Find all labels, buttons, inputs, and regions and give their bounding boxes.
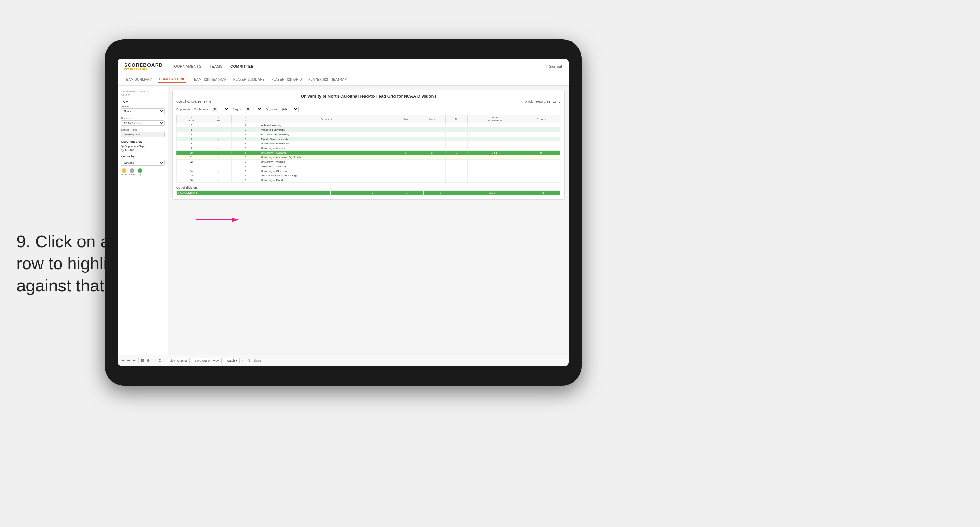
gender-select[interactable]: Men's (121, 108, 165, 114)
out-of-division-row[interactable]: NCAA Division II 1 0 0 26.00 3 (177, 191, 560, 195)
nav-tournaments[interactable]: TOURNAMENTS (172, 63, 201, 70)
division-record: Division Record: 88 - 17 - 0 (525, 100, 560, 103)
add-icon[interactable]: ⊕ (147, 358, 150, 363)
menu-icon[interactable]: ⋯ (152, 358, 156, 363)
step-number: 9. (16, 232, 30, 251)
radio-opponents-played[interactable]: Opponents Played (121, 145, 165, 148)
ood-division: NCAA Division II (177, 191, 331, 195)
sub-nav: TEAM SUMMARY TEAM H2H GRID TEAM H2H HEAT… (118, 74, 569, 86)
grid-title: University of North Carolina Head-to-Hea… (177, 94, 560, 99)
tablet-frame: SCOREBOARD Powered by clippd TOURNAMENTS… (105, 39, 582, 385)
share-left-icon[interactable]: ⇦ (242, 358, 245, 363)
col-rounds: Rounds (522, 115, 560, 123)
radio-dot-opponents (121, 145, 124, 148)
opponent-filter: Opponent (All) (266, 107, 299, 112)
grid-icon[interactable]: ⊡ (141, 358, 144, 363)
conference-filter: Conference (All) (194, 107, 229, 112)
undo-icon[interactable]: ↩ (122, 358, 124, 363)
legend-dot-down (122, 168, 126, 173)
legend-dot-up (138, 168, 142, 173)
radio-dot-top100 (121, 149, 124, 151)
radio-top100[interactable]: Top 100 (121, 149, 165, 151)
table-row[interactable]: 13-1Texas Tech University (177, 164, 560, 169)
opponent-select[interactable]: (All) (279, 107, 299, 112)
top-nav: SCOREBOARD Powered by clippd TOURNAMENTS… (118, 59, 569, 74)
table-row[interactable]: 8-2University of Washington (177, 142, 560, 146)
school-value: University of Nort... (121, 132, 165, 137)
filter-row: Opponents: Conference (All) Region (All) (177, 107, 560, 112)
region-select[interactable]: (All) (243, 107, 262, 112)
sub-nav-player-h2h-heatmap[interactable]: PLAYER H2H HEATMAP (309, 76, 347, 83)
out-of-division-label: Out of division (177, 186, 560, 189)
share-icon[interactable]: ⇧ (248, 358, 251, 363)
share-text[interactable]: Share (253, 359, 261, 362)
col-rank: #Rank (177, 115, 206, 123)
division-label: Division (121, 117, 165, 119)
table-row[interactable]: 6-2Florida State University (177, 137, 560, 142)
table-row[interactable]: 4-1Arizona State University (177, 132, 560, 137)
ood-loss: 0 (389, 191, 423, 195)
table-row[interactable]: 11-6University of Arkansas, Fayetteville (177, 155, 560, 160)
watch-button[interactable]: Watch ▾ (224, 358, 240, 363)
overall-record: Overall Record: 89 - 17 - 0 (177, 100, 211, 103)
back-icon[interactable]: ↩ (133, 358, 135, 363)
colour-by-title: Colour by (121, 155, 165, 158)
sub-nav-player-summary[interactable]: PLAYER SUMMARY (233, 76, 265, 83)
sub-nav-team-h2h-heatmap[interactable]: TEAM H2H HEATMAP (192, 76, 227, 83)
sign-out-link[interactable]: Sign out (549, 64, 562, 68)
gender-label: Gender (121, 105, 165, 108)
grid-container: University of North Carolina Head-to-Hea… (172, 89, 565, 200)
brand-title: SCOREBOARD (124, 62, 163, 67)
col-win: Win (393, 115, 418, 123)
sub-nav-team-summary[interactable]: TEAM SUMMARY (124, 76, 152, 83)
col-opponent: Opponent (259, 115, 393, 123)
table-row[interactable]: 15-4Georgia Institute of Technology (177, 174, 560, 178)
out-of-division-section: Out of division NCAA Division II 1 0 0 2… (177, 186, 560, 195)
sidebar-team-title: Team (121, 100, 165, 103)
conference-select[interactable]: (All) (210, 107, 229, 112)
nav-teams[interactable]: TEAMS (210, 63, 223, 70)
legend-down: Down (121, 168, 127, 176)
grid-records: Overall Record: 89 - 17 - 0 Division Rec… (177, 100, 560, 103)
toolbar-divider-2 (164, 358, 164, 363)
opponent-view-title: Opponent View (121, 140, 165, 143)
ood-rounds: 3 (526, 191, 560, 195)
sub-nav-team-h2h-grid[interactable]: TEAM H2H GRID (159, 76, 186, 83)
school-label: School (Rank) (121, 128, 165, 131)
ood-diff: 26.00 (458, 191, 526, 195)
nav-committee[interactable]: COMMITTEE (231, 63, 254, 70)
brand-sub: Powered by clippd (124, 67, 163, 70)
toolbar-divider-1 (138, 358, 138, 363)
bottom-toolbar: ↩ ↪ ↩ ⊡ ⊕ ⋯ ⊙ View: Original Save Custom… (118, 355, 569, 366)
ood-tie: 0 (423, 191, 458, 195)
division-select[interactable]: NCAA Division I (121, 120, 165, 126)
view-original-button[interactable]: View: Original (167, 358, 189, 363)
redo-icon[interactable]: ↪ (127, 358, 130, 363)
save-custom-view-button[interactable]: Save Custom View (192, 358, 221, 363)
colour-by-select[interactable]: Win/loss (121, 160, 165, 166)
col-loss: Loss (418, 115, 446, 123)
opponents-filter-label: Opponents: (177, 108, 191, 111)
legend-up: Up (138, 168, 142, 176)
legend: Down Level Up (121, 168, 165, 176)
table-row[interactable]: 2-1Auburn University (177, 123, 560, 128)
col-tie: Tie (446, 115, 467, 123)
legend-level: Level (129, 168, 135, 176)
table-header: #Rank #Reg #Conf Opponent Win Loss Tie D… (177, 115, 560, 123)
table-row[interactable]: 14-2University of Oklahoma (177, 169, 560, 174)
grid-area: University of North Carolina Head-to-Hea… (168, 86, 569, 355)
out-of-division-table: NCAA Division II 1 0 0 26.00 3 (177, 191, 560, 195)
col-reg: #Reg (206, 115, 232, 123)
brand: SCOREBOARD Powered by clippd (124, 62, 163, 70)
sub-nav-player-h2h-grid[interactable]: PLAYER H2H GRID (271, 76, 302, 83)
table-row[interactable]: 9-3University of Arizona (177, 146, 560, 151)
main-content: Last Updated: 27/03/2024 16:55:38 Team G… (118, 86, 569, 355)
table-row[interactable]: 10-5University of Alabama3002.618 (177, 151, 560, 155)
table-row[interactable]: 12-3University of Virginia (177, 160, 560, 164)
clock-icon[interactable]: ⊙ (159, 358, 161, 363)
table-row[interactable]: 3-2Vanderbilt University (177, 128, 560, 132)
sidebar-timestamp: Last Updated: 27/03/2024 16:55:38 (121, 90, 165, 97)
tablet-screen: SCOREBOARD Powered by clippd TOURNAMENTS… (118, 59, 569, 366)
table-row[interactable]: 16-3University of Florida (177, 178, 560, 183)
col-conf: #Conf (232, 115, 259, 123)
